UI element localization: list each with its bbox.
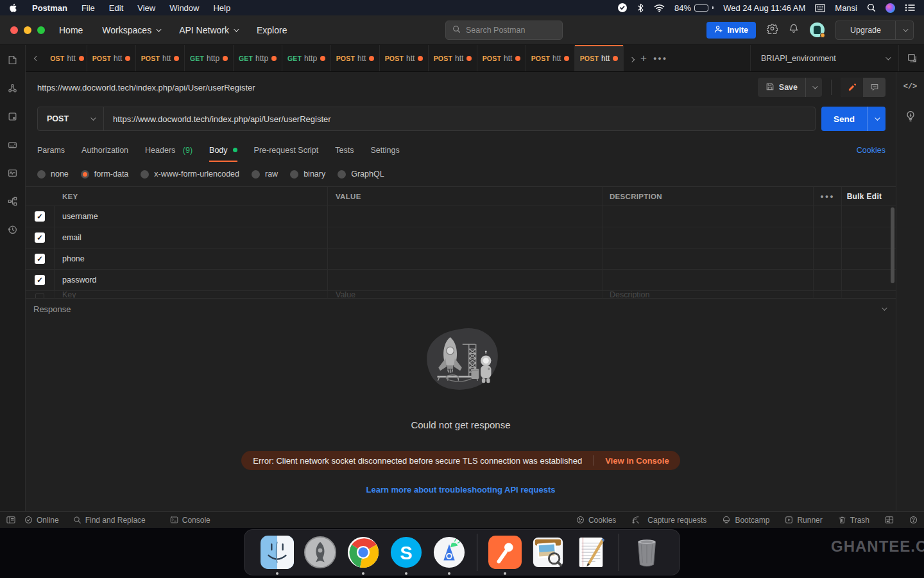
battery-indicator[interactable]: 84%	[674, 3, 714, 13]
runner-button[interactable]: Runner	[785, 516, 822, 525]
status-check-icon[interactable]	[617, 3, 628, 13]
tab-scroll-right-button[interactable]	[630, 53, 634, 64]
view-in-console-button[interactable]: View in Console	[594, 456, 680, 466]
capture-requests-button[interactable]: Capture requests	[631, 516, 706, 525]
zoom-window-button[interactable]	[37, 26, 45, 34]
lightbulb-icon[interactable]	[905, 110, 916, 125]
invite-button[interactable]: Invite	[706, 22, 756, 39]
description-cell[interactable]	[603, 270, 814, 290]
request-tab[interactable]: GEThttp	[234, 45, 282, 71]
description-cell[interactable]	[603, 206, 814, 227]
description-cell[interactable]	[603, 227, 814, 248]
menu-window[interactable]: Window	[169, 3, 199, 13]
new-tab-button[interactable]: +	[640, 52, 647, 65]
request-tab[interactable]: POSThtt	[526, 45, 575, 71]
save-dropdown[interactable]	[805, 78, 822, 97]
mode-raw[interactable]: raw	[252, 170, 278, 179]
flows-icon[interactable]	[7, 196, 18, 209]
row-checkbox-checked[interactable]	[35, 232, 45, 243]
request-tab-active[interactable]: POSThtt	[575, 45, 624, 71]
row-checkbox-checked[interactable]	[35, 211, 45, 222]
code-snippet-icon[interactable]: </>	[903, 82, 918, 91]
menubar-app-name[interactable]: Postman	[32, 3, 67, 13]
environment-selector[interactable]: BRIAPI_environment	[761, 54, 877, 63]
nav-explore[interactable]: Explore	[257, 25, 287, 35]
request-tab[interactable]: POSThtt	[87, 45, 136, 71]
cookies-button[interactable]: Cookies	[576, 516, 616, 525]
comment-button[interactable]	[863, 78, 886, 97]
help-icon[interactable]	[909, 516, 918, 524]
dock-textedit[interactable]	[574, 535, 608, 570]
settings-gear-icon[interactable]	[767, 23, 778, 37]
global-search[interactable]	[445, 21, 563, 40]
value-cell[interactable]	[328, 206, 603, 227]
input-source-icon[interactable]	[815, 4, 825, 12]
request-tab[interactable]: POSThtt	[380, 45, 429, 71]
cookies-link[interactable]: Cookies	[857, 146, 886, 155]
request-tab[interactable]: POSThtt	[477, 45, 526, 71]
value-cell[interactable]	[328, 249, 603, 269]
nav-workspaces[interactable]: Workspaces	[102, 25, 160, 35]
menubar-username[interactable]: Mansi	[835, 3, 857, 13]
notifications-bell-icon[interactable]	[789, 23, 799, 37]
request-tab[interactable]: POSThtt	[136, 45, 185, 71]
apple-logo-icon[interactable]	[9, 3, 18, 13]
nav-api-network[interactable]: API Network	[179, 25, 237, 35]
dock-trash[interactable]	[629, 535, 664, 570]
menu-view[interactable]: View	[137, 3, 155, 13]
bulk-edit-button[interactable]: Bulk Edit	[842, 187, 887, 206]
minimize-window-button[interactable]	[24, 26, 31, 34]
menu-help[interactable]: Help	[213, 3, 230, 13]
dock-chrome[interactable]	[346, 535, 381, 570]
environments-icon[interactable]	[7, 111, 18, 125]
collections-icon[interactable]	[7, 55, 18, 68]
bluetooth-icon[interactable]	[637, 3, 644, 13]
dock-android-studio[interactable]	[432, 535, 466, 570]
chevron-down-icon[interactable]	[886, 55, 891, 60]
value-cell[interactable]	[328, 227, 603, 248]
spotlight-icon[interactable]	[867, 3, 876, 12]
request-tab[interactable]: POSThtt	[331, 45, 380, 71]
environment-quick-look-icon[interactable]	[898, 45, 918, 71]
user-avatar[interactable]	[810, 22, 825, 37]
description-cell[interactable]	[603, 249, 814, 269]
value-placeholder[interactable]: Value	[336, 291, 355, 298]
menu-file[interactable]: File	[81, 3, 95, 13]
troubleshooting-link[interactable]: Learn more about troubleshooting API req…	[366, 485, 556, 495]
collapse-response-icon[interactable]	[882, 305, 887, 310]
close-window-button[interactable]	[10, 26, 18, 34]
mode-form-data[interactable]: form-data	[81, 170, 129, 179]
key-cell[interactable]: password	[62, 276, 97, 285]
mode-graphql[interactable]: GraphQL	[338, 170, 384, 179]
history-icon[interactable]	[7, 224, 18, 238]
sidebar-toggle-icon[interactable]	[6, 516, 15, 524]
tab-prerequest-script[interactable]: Pre-request Script	[254, 139, 319, 162]
key-cell[interactable]: username	[62, 212, 98, 221]
mode-binary[interactable]: binary	[290, 170, 325, 179]
request-tab[interactable]: GEThttp	[282, 45, 331, 71]
request-tab[interactable]: OSThtt	[47, 45, 87, 71]
table-options-icon[interactable]: ●●●	[814, 187, 842, 206]
upgrade-dropdown[interactable]	[895, 21, 913, 39]
search-input[interactable]	[466, 26, 556, 35]
tab-params[interactable]: Params	[37, 139, 65, 162]
key-cell[interactable]: email	[62, 233, 81, 242]
monitors-icon[interactable]	[7, 168, 18, 181]
siri-icon[interactable]	[886, 3, 895, 13]
nav-home[interactable]: Home	[59, 25, 83, 35]
upgrade-button[interactable]: Upgrade	[835, 21, 914, 40]
trash-button[interactable]: Trash	[838, 516, 869, 525]
tab-body[interactable]: Body	[209, 139, 237, 162]
online-status[interactable]: Online	[24, 516, 59, 525]
send-button[interactable]: Send	[821, 107, 867, 131]
key-placeholder[interactable]: Key	[62, 291, 76, 298]
menubar-clock[interactable]: Wed 24 Aug 11:46 AM	[723, 3, 805, 13]
control-center-icon[interactable]	[905, 4, 915, 12]
tab-scroll-left-button[interactable]	[26, 45, 47, 71]
bootcamp-button[interactable]: Bootcamp	[722, 516, 769, 525]
row-checkbox-checked[interactable]	[35, 275, 45, 285]
find-and-replace[interactable]: Find and Replace	[73, 516, 146, 525]
request-tab[interactable]: GEThttp	[185, 45, 234, 71]
tab-tests[interactable]: Tests	[335, 139, 354, 162]
tab-authorization[interactable]: Authorization	[81, 139, 128, 162]
